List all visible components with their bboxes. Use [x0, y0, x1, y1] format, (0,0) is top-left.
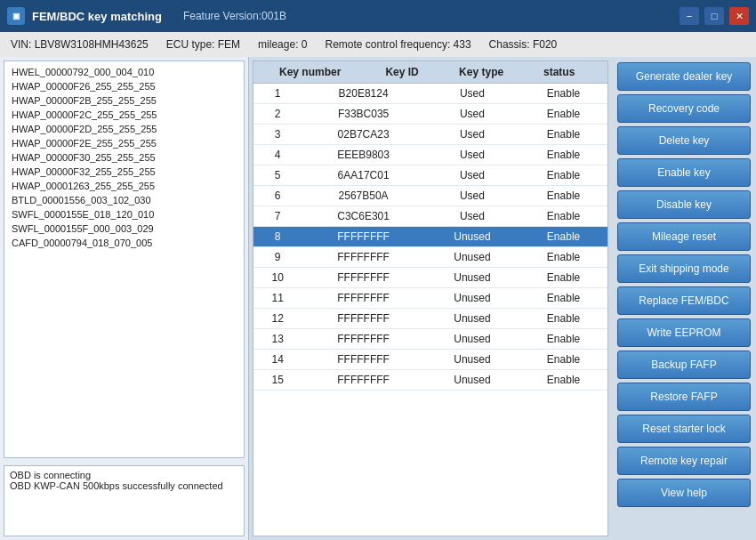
ecu-list-item[interactable]: CAFD_00000794_018_070_005	[4, 236, 244, 250]
window-title: FEM/BDC key matching	[32, 10, 162, 23]
remote-freq-info: Remote control frequency: 433	[325, 38, 470, 51]
status-cell: Enable	[519, 370, 607, 391]
key-id-cell: FFFFFFFF	[302, 309, 424, 329]
enable-key-button[interactable]: Enable key	[617, 158, 751, 187]
key-id-cell: FFFFFFFF	[302, 329, 424, 350]
key-id-cell: FFFFFFFF	[302, 247, 424, 268]
status-cell: Enable	[519, 247, 607, 268]
log-area: OBD is connectingOBD KWP-CAN 500kbps suc…	[4, 465, 245, 536]
key-type-cell: Used	[425, 125, 519, 145]
close-button[interactable]: ✕	[729, 7, 749, 25]
key-type-cell: Used	[425, 165, 519, 186]
table-row[interactable]: 8FFFFFFFFUnusedEnable	[253, 227, 607, 247]
key-type-cell: Used	[425, 84, 519, 104]
table-row[interactable]: 7C3C6E301UsedEnable	[253, 206, 607, 227]
maximize-button[interactable]: □	[704, 7, 724, 25]
table-row[interactable]: 302B7CA23UsedEnable	[253, 125, 607, 145]
key-number-cell: 5	[253, 165, 302, 186]
table-row[interactable]: 11FFFFFFFFUnusedEnable	[253, 288, 607, 309]
ecu-list-item[interactable]: HWAP_00000F26_255_255_255	[4, 79, 244, 93]
recovery-code-button[interactable]: Recovery code	[617, 94, 751, 123]
center-panel: Key number Key ID Key type status 1B20E8…	[249, 57, 612, 540]
table-row[interactable]: 14FFFFFFFFUnusedEnable	[253, 350, 607, 370]
key-type-cell: Unused	[425, 309, 519, 329]
replace-fem-bdc-button[interactable]: Replace FEM/BDC	[617, 286, 751, 315]
table-row[interactable]: 4EEEB9803UsedEnable	[253, 145, 607, 165]
key-type-cell: Unused	[425, 370, 519, 391]
disable-key-button[interactable]: Disable key	[617, 190, 751, 219]
minimize-button[interactable]: −	[680, 7, 699, 25]
key-number-cell: 1	[253, 84, 302, 104]
generate-dealer-key-button[interactable]: Generate dealer key	[617, 62, 751, 91]
col-key-number: Key number	[253, 61, 366, 84]
backup-fafp-button[interactable]: Backup FAFP	[617, 351, 751, 379]
table-row[interactable]: 15FFFFFFFFUnusedEnable	[253, 370, 607, 391]
ecu-list-item[interactable]: SWFL_0000155E_018_120_010	[4, 207, 244, 222]
status-cell: Enable	[519, 165, 607, 186]
mileage-reset-button[interactable]: Mileage reset	[617, 222, 751, 251]
table-row[interactable]: 13FFFFFFFFUnusedEnable	[253, 329, 607, 350]
restore-fafp-button[interactable]: Restore FAFP	[617, 383, 751, 411]
reset-starter-lock-button[interactable]: Reset starter lock	[617, 415, 751, 443]
key-id-cell: 2567B50A	[302, 186, 424, 206]
key-number-cell: 3	[253, 125, 302, 145]
feature-version: Feature Version:001B	[183, 10, 286, 22]
status-cell: Enable	[519, 268, 607, 288]
key-number-cell: 2	[253, 104, 302, 125]
table-row[interactable]: 1B20E8124UsedEnable	[253, 84, 607, 104]
key-type-cell: Unused	[425, 247, 519, 268]
status-cell: Enable	[519, 329, 607, 350]
remote-key-repair-button[interactable]: Remote key repair	[617, 447, 751, 475]
ecu-list-item[interactable]: HWEL_00000792_000_004_010	[4, 65, 244, 79]
key-type-cell: Unused	[425, 227, 519, 247]
table-row[interactable]: 62567B50AUsedEnable	[253, 186, 607, 206]
key-id-cell: B20E8124	[302, 84, 424, 104]
status-cell: Enable	[519, 206, 607, 227]
exit-shipping-mode-button[interactable]: Exit shipping mode	[617, 254, 751, 283]
table-row[interactable]: 2F33BC035UsedEnable	[253, 104, 607, 125]
table-row[interactable]: 12FFFFFFFFUnusedEnable	[253, 309, 607, 329]
key-id-cell: FFFFFFFF	[302, 268, 424, 288]
ecu-list-item[interactable]: BTLD_00001556_003_102_030	[4, 193, 244, 207]
ecu-list-item[interactable]: HWAP_00000F2D_255_255_255	[4, 122, 244, 136]
table-row[interactable]: 9FFFFFFFFUnusedEnable	[253, 247, 607, 268]
ecu-list-item[interactable]: SWFL_0000155F_000_003_029	[4, 222, 244, 236]
key-table-body[interactable]: 1B20E8124UsedEnable2F33BC035UsedEnable30…	[253, 84, 607, 536]
ecu-list-item[interactable]: HWAP_00000F30_255_255_255	[4, 150, 244, 165]
table-row[interactable]: 10FFFFFFFFUnusedEnable	[253, 268, 607, 288]
key-table-container: Key number Key ID Key type status 1B20E8…	[253, 60, 608, 536]
status-cell: Enable	[519, 125, 607, 145]
status-cell: Enable	[519, 145, 607, 165]
write-eeprom-button[interactable]: Write EEPROM	[617, 318, 751, 347]
key-type-cell: Unused	[425, 329, 519, 350]
key-id-cell: FFFFFFFF	[302, 227, 424, 247]
col-key-id: Key ID	[366, 61, 438, 84]
ecu-list[interactable]: HWEL_00000792_000_004_010HWAP_00000F26_2…	[4, 60, 245, 458]
key-type-cell: Unused	[425, 268, 519, 288]
status-cell: Enable	[519, 350, 607, 370]
key-id-cell: F33BC035	[302, 104, 424, 125]
key-type-cell: Used	[425, 145, 519, 165]
vin-info: VIN: LBV8W3108HMH43625	[11, 38, 149, 51]
ecu-list-item[interactable]: HWAP_00001263_255_255_255	[4, 179, 244, 193]
key-id-cell: FFFFFFFF	[302, 350, 424, 370]
key-number-cell: 15	[253, 370, 302, 391]
view-help-button[interactable]: View help	[617, 479, 751, 507]
key-number-cell: 7	[253, 206, 302, 227]
col-status: status	[525, 61, 593, 84]
ecu-list-item[interactable]: HWAP_00000F2C_255_255_255	[4, 108, 244, 122]
key-number-cell: 6	[253, 186, 302, 206]
key-type-cell: Used	[425, 206, 519, 227]
app-icon: ▣	[7, 7, 25, 25]
ecu-list-item[interactable]: HWAP_00000F2B_255_255_255	[4, 93, 244, 108]
delete-key-button[interactable]: Delete key	[617, 126, 751, 155]
table-row[interactable]: 56AA17C01UsedEnable	[253, 165, 607, 186]
main-content: HWEL_00000792_000_004_010HWAP_00000F26_2…	[0, 57, 756, 540]
window-controls: − □ ✕	[680, 7, 749, 25]
title-bar: ▣ FEM/BDC key matching Feature Version:0…	[0, 0, 756, 32]
ecu-list-item[interactable]: HWAP_00000F32_255_255_255	[4, 165, 244, 179]
key-number-cell: 4	[253, 145, 302, 165]
key-number-cell: 8	[253, 227, 302, 247]
ecu-list-item[interactable]: HWAP_00000F2E_255_255_255	[4, 136, 244, 150]
key-id-cell: C3C6E301	[302, 206, 424, 227]
